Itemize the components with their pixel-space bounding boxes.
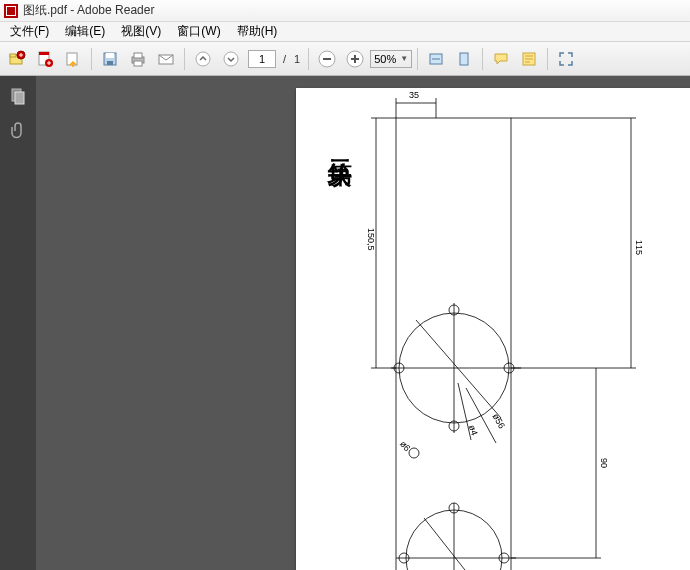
dim-r2: 90 — [599, 458, 609, 468]
chevron-down-icon: ▼ — [400, 54, 408, 63]
fullscreen-button[interactable] — [553, 46, 579, 72]
dim-r1: 115 — [634, 240, 644, 255]
page-down-button[interactable] — [218, 46, 244, 72]
svg-rect-25 — [15, 92, 24, 104]
create-pdf-button[interactable] — [32, 46, 58, 72]
note-button[interactable] — [516, 46, 542, 72]
svg-rect-22 — [460, 53, 468, 65]
export-button[interactable] — [60, 46, 86, 72]
page-up-button[interactable] — [190, 46, 216, 72]
open-button[interactable] — [4, 46, 30, 72]
attachments-button[interactable] — [4, 116, 32, 144]
print-button[interactable] — [125, 46, 151, 72]
page-input[interactable] — [248, 50, 276, 68]
svg-line-52 — [424, 518, 491, 570]
zoom-out-button[interactable] — [314, 46, 340, 72]
zoom-value: 50% — [374, 53, 396, 65]
toolbar-separator — [547, 48, 548, 70]
menu-help[interactable]: 帮助(H) — [231, 22, 284, 41]
zoom-in-button[interactable] — [342, 46, 368, 72]
svg-point-17 — [196, 52, 210, 66]
menu-window[interactable]: 窗口(W) — [171, 22, 226, 41]
comment-button[interactable] — [488, 46, 514, 72]
menu-edit[interactable]: 编辑(E) — [59, 22, 111, 41]
menu-bar: 文件(F) 编辑(E) 视图(V) 窗口(W) 帮助(H) — [0, 22, 690, 42]
content-area: 第二块 — [0, 76, 690, 570]
svg-line-41 — [416, 320, 501, 418]
svg-rect-7 — [39, 52, 49, 55]
svg-rect-14 — [134, 53, 142, 58]
page-separator: / — [283, 53, 286, 65]
toolbar-separator — [308, 48, 309, 70]
page-total: 1 — [294, 53, 300, 65]
toolbar-separator — [184, 48, 185, 70]
title-bar: 图纸.pdf - Adobe Reader — [0, 0, 690, 22]
menu-file[interactable]: 文件(F) — [4, 22, 55, 41]
svg-rect-2 — [7, 7, 15, 15]
window-title: 图纸.pdf - Adobe Reader — [23, 2, 154, 19]
toolbar-separator — [417, 48, 418, 70]
svg-rect-4 — [10, 54, 16, 57]
fit-page-button[interactable] — [451, 46, 477, 72]
save-button[interactable] — [97, 46, 123, 72]
svg-rect-11 — [106, 53, 114, 58]
toolbar: / 1 50% ▼ — [0, 42, 690, 76]
toolbar-separator — [91, 48, 92, 70]
svg-point-18 — [224, 52, 238, 66]
svg-rect-15 — [134, 61, 142, 66]
zoom-combo[interactable]: 50% ▼ — [370, 50, 412, 68]
technical-drawing — [296, 88, 690, 570]
email-button[interactable] — [153, 46, 179, 72]
dim-top: 35 — [409, 90, 419, 100]
svg-rect-12 — [107, 61, 113, 65]
toolbar-separator — [482, 48, 483, 70]
document-area[interactable]: 第二块 — [36, 76, 690, 570]
fit-width-button[interactable] — [423, 46, 449, 72]
side-panel — [0, 76, 36, 570]
dim-left: 150,5 — [366, 228, 376, 251]
pdf-page: 第二块 — [296, 88, 690, 570]
app-icon — [4, 4, 18, 18]
menu-view[interactable]: 视图(V) — [115, 22, 167, 41]
thumbnails-button[interactable] — [4, 82, 32, 110]
svg-rect-26 — [396, 118, 511, 570]
svg-point-46 — [409, 448, 419, 458]
